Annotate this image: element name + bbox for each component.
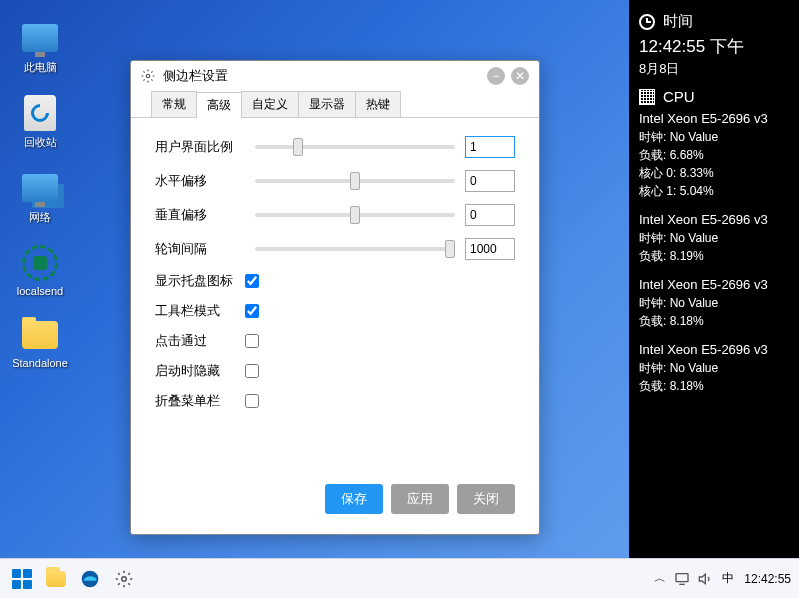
time-header: 时间 [663,12,693,31]
desktop-icon-label: 网络 [29,210,51,225]
tab-0[interactable]: 常规 [151,91,197,117]
cpu-stat: 核心 0: 8.33% [639,164,789,182]
collapse-label: 折叠菜单栏 [155,392,245,410]
cpu-name: Intel Xeon E5-2696 v3 [639,212,789,227]
volume-icon[interactable] [698,571,714,587]
taskbar: ︿ 中 12:42:55 [0,558,799,598]
cpu-icon [639,89,655,105]
taskbar-explorer[interactable] [42,565,70,593]
minimize-button[interactable]: − [487,67,505,85]
svg-point-0 [146,74,150,78]
cpu-stat: 负载: 8.19% [639,247,789,265]
cpu-stat: 时钟: No Value [639,294,789,312]
collapse-checkbox[interactable] [245,394,259,408]
sidebar-date: 8月8日 [639,60,789,78]
desktop-icon-localsend[interactable]: localsend [10,243,70,297]
taskbar-settings[interactable] [110,565,138,593]
desktop-icon-network[interactable]: 网络 [10,168,70,225]
hide-checkbox[interactable] [245,364,259,378]
cpu-stat: 负载: 8.18% [639,312,789,330]
toolbar-checkbox[interactable] [245,304,259,318]
cpu-stat: 时钟: No Value [639,128,789,146]
poll-input[interactable] [465,238,515,260]
svg-marker-5 [700,574,706,583]
ui-scale-input[interactable] [465,136,515,158]
toolbar-label: 工具栏模式 [155,302,245,320]
cpu-header: CPU [663,88,695,105]
taskbar-clock[interactable]: 12:42:55 [744,572,791,586]
cpu-stat: 时钟: No Value [639,229,789,247]
settings-dialog: 侧边栏设置 − ✕ 常规高级自定义显示器热键 用户界面比例 水平偏移 垂直偏移 … [130,60,540,535]
tab-4[interactable]: 热键 [355,91,401,117]
click-checkbox[interactable] [245,334,259,348]
gear-icon [141,69,155,83]
tab-2[interactable]: 自定义 [241,91,299,117]
dialog-title: 侧边栏设置 [163,67,479,85]
cpu-name: Intel Xeon E5-2696 v3 [639,111,789,126]
svg-point-2 [122,576,127,581]
ui-scale-slider[interactable] [255,145,455,149]
ui-scale-label: 用户界面比例 [155,138,245,156]
poll-slider[interactable] [255,247,455,251]
close-button[interactable]: ✕ [511,67,529,85]
tray-chevron-icon[interactable]: ︿ [654,570,666,587]
cpu-stat: 时钟: No Value [639,359,789,377]
hide-label: 启动时隐藏 [155,362,245,380]
poll-label: 轮询间隔 [155,240,245,258]
start-button[interactable] [8,565,36,593]
v-offset-slider[interactable] [255,213,455,217]
save-button[interactable]: 保存 [325,484,383,514]
desktop-icon-label: Standalone [12,357,68,369]
cpu-stat: 负载: 6.68% [639,146,789,164]
cpu-stat: 负载: 8.18% [639,377,789,395]
tray-label: 显示托盘图标 [155,272,245,290]
desktop-icon-recycle-bin[interactable]: 回收站 [10,93,70,150]
desktop-icon-this-pc[interactable]: 此电脑 [10,18,70,75]
desktop-icon-label: 回收站 [24,135,57,150]
v-offset-label: 垂直偏移 [155,206,245,224]
h-offset-label: 水平偏移 [155,172,245,190]
close-dialog-button[interactable]: 关闭 [457,484,515,514]
ime-indicator[interactable]: 中 [722,570,734,587]
monitoring-sidebar: 时间 12:42:55 下午 8月8日 CPU Intel Xeon E5-26… [629,0,799,558]
cpu-name: Intel Xeon E5-2696 v3 [639,277,789,292]
desktop-icon-standalone[interactable]: Standalone [10,315,70,369]
taskbar-edge[interactable] [76,565,104,593]
tab-bar: 常规高级自定义显示器热键 [131,91,539,118]
sidebar-time: 12:42:55 下午 [639,35,789,58]
desktop-icon-label: localsend [17,285,63,297]
v-offset-input[interactable] [465,204,515,226]
tab-3[interactable]: 显示器 [298,91,356,117]
network-icon[interactable] [674,571,690,587]
h-offset-slider[interactable] [255,179,455,183]
tab-1[interactable]: 高级 [196,92,242,118]
svg-rect-3 [676,573,688,581]
cpu-stat: 核心 1: 5.04% [639,182,789,200]
tray-checkbox[interactable] [245,274,259,288]
desktop-icon-label: 此电脑 [24,60,57,75]
apply-button[interactable]: 应用 [391,484,449,514]
click-label: 点击通过 [155,332,245,350]
cpu-name: Intel Xeon E5-2696 v3 [639,342,789,357]
clock-icon [639,14,655,30]
h-offset-input[interactable] [465,170,515,192]
